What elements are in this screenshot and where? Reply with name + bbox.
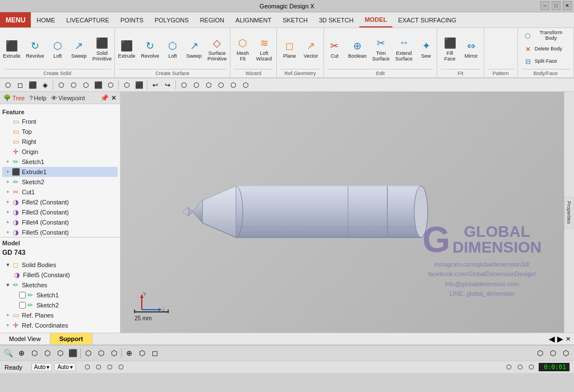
btool-btn-3[interactable]: ⬡ [28,347,40,360]
tree-item-front[interactable]: ▭ Front [2,116,118,127]
tree-item-fillet4[interactable]: + ◑ Fillet4 (Constant) [2,217,118,227]
menu-polygons[interactable]: POLYGONS [149,12,195,27]
btool-btn-10[interactable]: ⊕ [123,347,135,360]
btool-btn-6[interactable]: ⬛ [67,347,79,360]
btool-btn-1[interactable]: 🔍 [2,347,15,360]
loft-surface-button[interactable]: ⬡ Loft [163,37,183,60]
vector-button[interactable]: ↗ Vector [300,37,321,60]
toolbar-btn-16[interactable]: ⬡ [203,80,214,91]
tree-item-top[interactable]: ▭ Top [2,127,118,137]
tree-item-fillet3[interactable]: + ◑ Fillet3 (Constant) [2,207,118,217]
tab-tree[interactable]: 🌳 Tree [3,94,25,101]
status-right-icon-1[interactable]: ⬡ [504,362,514,372]
status-right-icon-3[interactable]: ⬡ [526,362,536,372]
tree-item-sketches[interactable]: ▼ ✏ Sketches [2,280,118,290]
menu-home[interactable]: HOME [31,12,61,27]
solid-primitive-button[interactable]: ⬛ SolidPrimitive [90,34,114,63]
split-face-button[interactable]: ⊟ Split Face [521,56,559,67]
menu-sketch[interactable]: SKETCH [277,12,313,27]
status-right-icon-2[interactable]: ⬡ [515,362,525,372]
extrude-surface-button[interactable]: ⬛ Extrude [116,37,138,60]
status-icon-4[interactable]: ⬡ [116,362,126,372]
toolbar-btn-18[interactable]: ⬡ [228,80,239,91]
tab-model-view[interactable]: Model View [0,333,50,344]
menu-livecapture[interactable]: LIVECAPTURE [61,12,114,27]
tree-item-model-sketch1[interactable]: ✏ Sketch1 [10,290,118,300]
minimize-button[interactable]: – [540,1,549,10]
sweep-surface-button[interactable]: ↗ Sweep [184,37,204,60]
toolbar-btn-6[interactable]: ⬡ [68,80,79,91]
tree-item-sketch2[interactable]: + ✏ Sketch2 [2,177,118,187]
toolbar-btn-5[interactable]: ⬡ [55,80,67,91]
btool-btn-13[interactable]: ⬡ [534,347,546,360]
tab-viewpoint[interactable]: 👁 Viewpoint [51,95,85,101]
btool-btn-8[interactable]: ⬡ [95,347,107,360]
tab-prev-button[interactable]: ◀ [549,334,555,343]
toolbar-btn-9[interactable]: ⬡ [105,80,116,91]
loft-solid-button[interactable]: ⬡ Loft [48,37,68,60]
plane-button[interactable]: ◻ Plane [279,37,299,60]
menu-exact-surfacing[interactable]: EXACT SURFACING [392,12,462,27]
tree-item-fillet5[interactable]: + ◑ Fillet5 (Constant) [2,227,118,237]
btool-btn-9[interactable]: ⬡ [108,347,120,360]
menu-alignment[interactable]: ALIGNMENT [230,12,277,27]
sweep-solid-button[interactable]: ↗ Sweep [69,37,89,60]
tab-help[interactable]: ? Help [29,95,47,101]
toolbar-btn-10[interactable]: ⬡ [121,80,132,91]
viewport[interactable]: 25 mm Z Y G GLOBALDIMENSION instagram.c [121,92,564,333]
menu-3dsketch[interactable]: 3D SKETCH [313,12,359,27]
toolbar-btn-12[interactable]: ↩ [150,80,161,91]
btool-btn-11[interactable]: ⬡ [136,347,148,360]
menu-button[interactable]: MENU [0,12,31,27]
btool-btn-12[interactable]: ◻ [149,347,161,360]
sketch1-checkbox[interactable] [19,292,26,298]
revolve-solid-button[interactable]: ↻ Revolve [24,37,47,60]
toolbar-btn-11[interactable]: ⬛ [133,80,145,91]
tab-close-button[interactable]: ✕ [566,335,571,343]
auto-dropdown-2[interactable]: Auto ▾ [54,363,76,371]
tree-item-right[interactable]: ▭ Right [2,137,118,147]
tab-next-button[interactable]: ▶ [557,334,563,343]
right-tab-properties[interactable]: Properties [564,197,573,228]
transform-body-button[interactable]: ⬡ Transform Body [521,29,570,43]
trim-surface-button[interactable]: ✂ TrimSurface [370,34,392,63]
toolbar-btn-7[interactable]: ⬡ [80,80,91,91]
btool-btn-7[interactable]: ⬡ [82,347,94,360]
toolbar-btn-14[interactable]: ⬡ [178,80,189,91]
tree-item-solid-fillet5[interactable]: ◑ Fillet5 (Constant) [10,270,118,280]
toolbar-btn-3[interactable]: ⬛ [27,80,38,91]
toolbar-btn-15[interactable]: ⬡ [191,80,202,91]
tree-item-ref-planes[interactable]: + ▭ Ref. Planes [2,310,118,320]
panel-pin-button[interactable]: 📌 [100,94,109,102]
delete-body-button[interactable]: ✕ Delete Body [521,44,564,55]
tree-item-ref-coordinates[interactable]: + ✛ Ref. Coordinates [2,320,118,330]
toolbar-btn-4[interactable]: ◈ [39,80,50,91]
boolean-button[interactable]: ⊕ Boolean [346,37,369,60]
menu-points[interactable]: POINTS [115,12,149,27]
status-icon-1[interactable]: ⬡ [82,362,92,372]
maximize-button[interactable]: □ [552,1,561,10]
tree-item-origin[interactable]: ✛ Origin [2,147,118,157]
cut-button[interactable]: ✂ Cut [325,37,345,60]
tree-item-cut1[interactable]: + ✂ Cut1 [2,187,118,197]
status-icon-3[interactable]: ⬡ [105,362,115,372]
tree-item-sketch1[interactable]: + ✏ Sketch1 [2,157,118,167]
sew-button[interactable]: ✦ Sew [416,37,436,60]
menu-model[interactable]: MODEL [359,12,393,27]
tree-item-fillet2[interactable]: + ◑ Fillet2 (Constant) [2,197,118,207]
tree-item-model-sketch2[interactable]: ✏ Sketch2 [10,300,118,310]
fill-face-button[interactable]: ⬛ FillFace [440,34,460,63]
status-icon-2[interactable]: ⬡ [94,362,104,372]
sketch2-checkbox[interactable] [19,302,26,309]
loft-wizard-button[interactable]: ≋ LoftWizard [254,34,274,63]
btool-btn-15[interactable]: ⬡ [559,347,572,360]
btool-btn-2[interactable]: ⊕ [15,347,27,360]
tree-item-extrude1[interactable]: + ⬛ Extrude1 [2,167,118,177]
btool-btn-5[interactable]: ⬡ [54,347,66,360]
auto-dropdown-1[interactable]: Auto ▾ [31,363,53,371]
toolbar-btn-8[interactable]: ⬛ [92,80,104,91]
mesh-fit-button[interactable]: ⬡ MeshFit [233,34,253,63]
toolbar-btn-13[interactable]: ↪ [162,80,173,91]
mirror-button[interactable]: ⇔ Mirror [461,37,482,60]
panel-close-button[interactable]: ✕ [111,94,117,102]
